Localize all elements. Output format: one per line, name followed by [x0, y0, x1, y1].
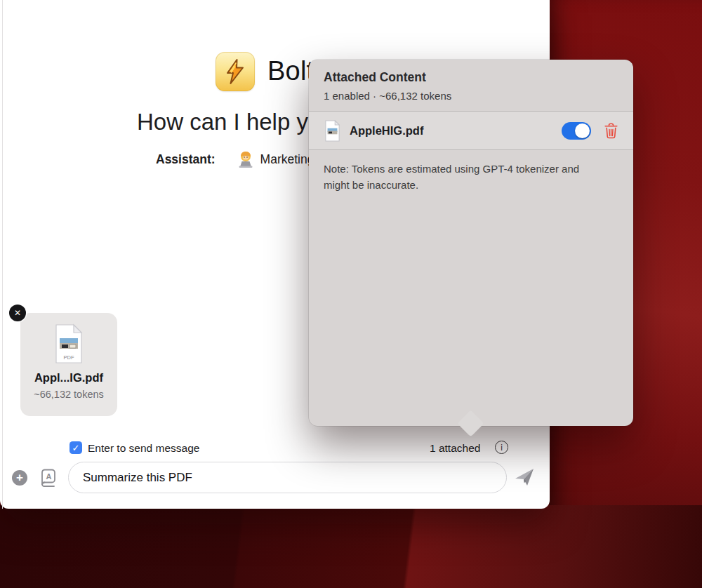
app-logo-bolt-icon [216, 52, 255, 91]
window-left-edge [2, 0, 3, 509]
prompt-library-button[interactable]: A [38, 467, 58, 487]
attachment-filename: Appl...IG.pdf [20, 371, 117, 385]
svg-text:A: A [46, 472, 52, 481]
paper-plane-icon [513, 466, 536, 488]
file-enabled-toggle[interactable] [562, 122, 591, 140]
assistant-label: Assistant: [156, 152, 216, 167]
checkmark-icon: ✓ [72, 443, 80, 453]
plus-icon: + [16, 471, 23, 485]
popover-summary: 1 enabled · ~66,132 tokens [324, 90, 618, 102]
app-title: Bolt [267, 56, 314, 86]
info-icon[interactable]: i [495, 441, 508, 454]
pdf-file-icon-small [324, 120, 341, 142]
attached-content-popover: Attached Content 1 enabled · ~66,132 tok… [309, 60, 633, 426]
send-message-button[interactable] [513, 466, 536, 488]
attachment-card[interactable]: PDF Appl...IG.pdf ~66,132 tokens [20, 313, 117, 416]
wallpaper-bottom-band [0, 505, 702, 588]
book-a-icon: A [38, 467, 58, 487]
attached-file-name: AppleHIG.pdf [350, 124, 423, 138]
pdf-file-icon: PDF [53, 323, 85, 364]
attachment-token-count: ~66,132 tokens [20, 389, 117, 400]
lightning-bolt-icon [221, 58, 249, 86]
technologist-emoji-icon [237, 150, 255, 168]
enter-to-send-checkbox[interactable]: ✓ [69, 441, 82, 454]
add-attachment-button[interactable]: + [12, 470, 27, 486]
token-estimate-note: Note: Tokens are estimated using GPT-4 t… [309, 150, 604, 204]
svg-text:PDF: PDF [64, 354, 74, 361]
greeting-text: How can I help y [137, 109, 308, 135]
popover-header: Attached Content 1 enabled · ~66,132 tok… [309, 60, 633, 111]
attached-count-label[interactable]: 1 attached [430, 442, 480, 455]
close-icon: ✕ [14, 308, 21, 318]
trash-icon[interactable] [604, 123, 618, 139]
attached-file-row[interactable]: AppleHIG.pdf [309, 112, 633, 149]
popover-title: Attached Content [324, 70, 618, 85]
assistant-row[interactable]: Assistant: Marketing [156, 150, 314, 168]
message-input[interactable] [68, 462, 507, 493]
assistant-name: Marketing [260, 152, 314, 167]
toggle-knob [575, 123, 590, 138]
enter-to-send-label[interactable]: Enter to send message [88, 442, 199, 455]
remove-attachment-button[interactable]: ✕ [9, 305, 26, 321]
